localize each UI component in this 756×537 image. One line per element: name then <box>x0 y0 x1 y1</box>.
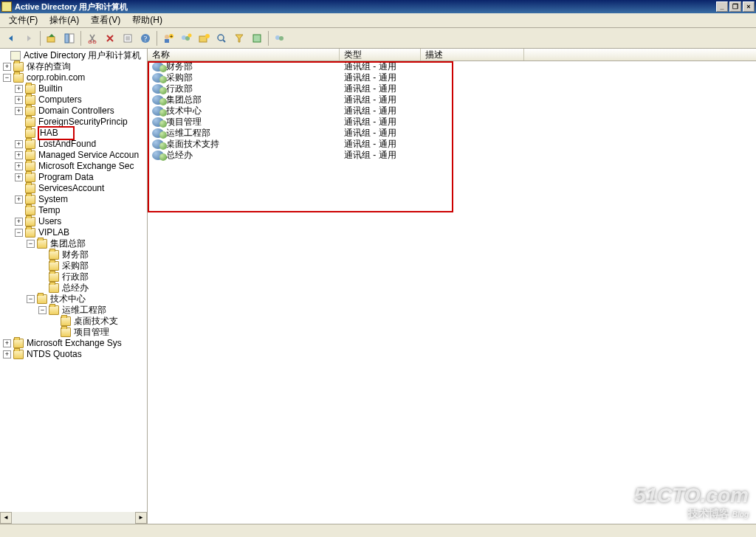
restore-button[interactable]: ❐ <box>729 1 741 12</box>
list-pane[interactable]: 名称 类型 描述 财务部通讯组 - 通用采购部通讯组 - 通用行政部通讯组 - … <box>148 49 756 524</box>
list-row[interactable]: 行政部通讯组 - 通用 <box>148 83 756 94</box>
close-button[interactable]: × <box>743 1 755 12</box>
folder-icon <box>25 162 35 171</box>
group-icon <box>152 95 164 105</box>
forward-button[interactable] <box>21 30 37 46</box>
expander-icon[interactable]: − <box>38 306 47 314</box>
svg-point-20 <box>218 35 224 41</box>
tree-ntds-quotas[interactable]: +NTDS Quotas <box>0 349 147 360</box>
tree-pane[interactable]: Active Directory 用户和计算机 +保存的查询 −corp.rob… <box>0 49 148 524</box>
column-desc[interactable]: 描述 <box>421 49 524 60</box>
expander-icon[interactable]: − <box>15 229 23 237</box>
tree-program-data[interactable]: +Program Data <box>0 172 147 183</box>
create-user-button[interactable]: + <box>160 30 176 46</box>
expander-icon[interactable]: + <box>3 63 11 71</box>
tree-users[interactable]: +Users <box>0 216 147 227</box>
menu-help[interactable]: 帮助(H) <box>126 13 168 28</box>
expander-icon[interactable]: − <box>3 74 11 82</box>
domain-icon <box>13 73 24 83</box>
tree-group-hq[interactable]: −集团总部 <box>0 238 147 249</box>
folder-icon <box>61 328 71 337</box>
find-button[interactable] <box>213 30 230 46</box>
tree-root[interactable]: Active Directory 用户和计算机 <box>0 50 147 61</box>
folder-icon <box>37 294 47 304</box>
group-icon <box>152 128 164 138</box>
tree-dept-finance[interactable]: 财务部 <box>0 249 147 260</box>
tree-builtin[interactable]: +Builtin <box>0 83 147 94</box>
tree-ops-eng[interactable]: −运维工程部 <box>0 305 147 316</box>
refresh-button[interactable] <box>249 30 265 46</box>
filter-button[interactable] <box>231 30 247 46</box>
back-button[interactable] <box>3 30 19 46</box>
list-row[interactable]: 财务部通讯组 - 通用 <box>148 61 756 72</box>
tree-ms-exch-sys[interactable]: +Microsoft Exchange Sys <box>0 338 147 349</box>
menu-view[interactable]: 查看(V) <box>85 13 126 28</box>
list-row[interactable]: 采购部通讯组 - 通用 <box>148 72 756 83</box>
tree-viplab[interactable]: −VIPLAB <box>0 227 147 238</box>
properties-button[interactable] <box>120 30 136 46</box>
tree: Active Directory 用户和计算机 +保存的查询 −corp.rob… <box>0 49 147 361</box>
tree-computers[interactable]: +Computers <box>0 94 147 105</box>
scroll-right-button[interactable]: ► <box>135 512 147 524</box>
folder-icon <box>49 305 59 315</box>
up-button[interactable] <box>44 30 60 46</box>
tree-tech-center[interactable]: −技术中心 <box>0 294 147 305</box>
menu-action[interactable]: 操作(A) <box>44 13 85 28</box>
folder-icon <box>25 195 35 204</box>
create-ou-button[interactable] <box>196 30 212 46</box>
expander-icon[interactable]: + <box>15 140 23 148</box>
expander-icon[interactable]: + <box>15 162 23 170</box>
expander-icon[interactable]: − <box>27 240 35 248</box>
delete-button[interactable] <box>102 30 118 46</box>
folder-icon <box>25 184 35 193</box>
tree-system[interactable]: +System <box>0 194 147 205</box>
svg-point-24 <box>279 36 284 41</box>
list-row[interactable]: 项目管理通讯组 - 通用 <box>148 117 756 128</box>
expander-icon[interactable]: + <box>3 350 11 358</box>
cut-button[interactable] <box>84 30 100 46</box>
tree-proj-mgmt[interactable]: 项目管理 <box>0 327 147 338</box>
folder-icon <box>61 316 71 326</box>
tree-hscrollbar[interactable]: ◄ ► <box>0 512 147 524</box>
expander-icon[interactable]: + <box>15 195 23 204</box>
expander-icon[interactable]: + <box>15 173 23 181</box>
tree-dept-purchase[interactable]: 采购部 <box>0 260 147 271</box>
svg-point-11 <box>165 35 169 39</box>
expander-icon[interactable]: + <box>15 96 23 104</box>
tree-hab[interactable]: HAB <box>0 128 147 139</box>
show-hide-tree-button[interactable] <box>61 30 78 46</box>
expander-icon[interactable]: + <box>15 85 23 93</box>
list-row[interactable]: 桌面技术支持通讯组 - 通用 <box>148 139 756 150</box>
scroll-left-button[interactable]: ◄ <box>0 512 12 524</box>
menu-file[interactable]: 文件(F) <box>3 13 44 28</box>
tree-desktop-support[interactable]: 桌面技术支 <box>0 316 147 327</box>
minimize-button[interactable]: _ <box>716 1 728 12</box>
tree-domain-controllers[interactable]: +Domain Controllers <box>0 105 147 117</box>
column-type[interactable]: 类型 <box>340 49 421 60</box>
folder-icon <box>49 272 59 282</box>
list-row[interactable]: 集团总部通讯组 - 通用 <box>148 94 756 105</box>
column-name[interactable]: 名称 <box>148 49 340 60</box>
tree-temp[interactable]: Temp <box>0 205 147 216</box>
list-row[interactable]: 运维工程部通讯组 - 通用 <box>148 128 756 139</box>
expander-icon[interactable]: + <box>3 339 11 347</box>
expander-icon[interactable]: + <box>15 151 23 159</box>
tree-domain[interactable]: −corp.robin.com <box>0 72 147 83</box>
tree-lostandfound[interactable]: +LostAndFound <box>0 139 147 150</box>
help-button[interactable]: ? <box>137 30 154 46</box>
tree-dept-admin[interactable]: 行政部 <box>0 271 147 283</box>
list-row[interactable]: 总经办通讯组 - 通用 <box>148 150 756 161</box>
folder-icon <box>13 350 24 359</box>
folder-icon <box>25 106 35 116</box>
add-to-group-button[interactable] <box>272 30 288 46</box>
tree-managed-svc[interactable]: +Managed Service Accoun <box>0 150 147 161</box>
tree-ms-exch-sec[interactable]: +Microsoft Exchange Sec <box>0 161 147 172</box>
tree-saved-queries[interactable]: +保存的查询 <box>0 61 147 72</box>
create-group-button[interactable] <box>178 30 194 46</box>
expander-icon[interactable]: + <box>15 218 23 226</box>
expander-icon[interactable]: − <box>27 295 35 303</box>
expander-icon[interactable]: + <box>15 107 23 115</box>
tree-services-account[interactable]: ServicesAccount <box>0 183 147 194</box>
tree-dept-gm[interactable]: 总经办 <box>0 283 147 294</box>
list-row[interactable]: 技术中心通讯组 - 通用 <box>148 105 756 117</box>
